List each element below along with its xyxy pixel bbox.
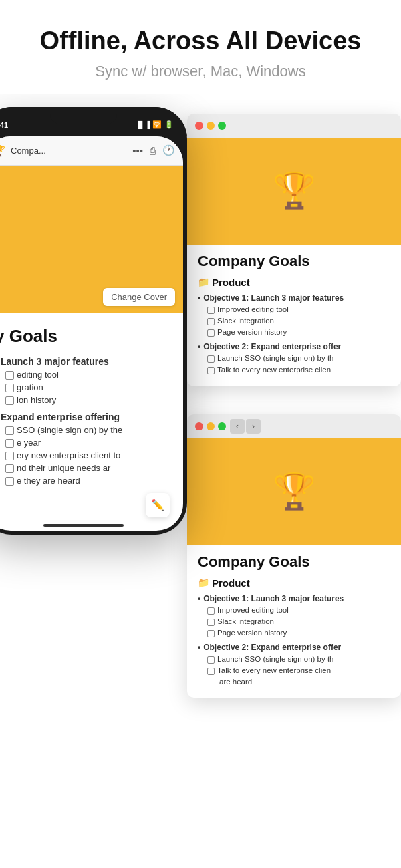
browser-checkbox-b4[interactable] (207, 656, 215, 664)
history-icon[interactable]: 🕐 (162, 144, 175, 156)
phone-browser-toolbar: 🏆 Compa... ••• ⎙ 🕐 (0, 136, 183, 166)
phone-time: 9:41 (0, 121, 8, 129)
signal-icon: ▐▌▐ (136, 121, 150, 128)
phone-home-bar (43, 524, 124, 527)
browser-bullet-2: • (198, 342, 200, 351)
minimize-button-bottom[interactable] (207, 422, 215, 430)
traffic-lights-top (195, 122, 226, 130)
browser-item-b6: are heard (207, 676, 390, 687)
browser-bullet-1: • (198, 293, 200, 303)
phone-toolbar-icons: ••• ⎙ 🕐 (132, 144, 175, 156)
page-subtitle: Sync w/ browser, Mac, Windows (13, 63, 388, 80)
phone-status-bar: 9:41 ▐▌▐ 🛜 🔋 (0, 107, 187, 136)
browser-bullet-3: • (198, 594, 200, 603)
browser-doc-content-top: Company Goals 📁 Product • Objective 1: L… (187, 245, 401, 386)
maximize-button[interactable] (218, 122, 226, 130)
browser-item-b5: Talk to every new enterprise clien (207, 665, 390, 676)
forward-button[interactable]: › (246, 419, 261, 434)
phone-item-8: e they are heard (5, 474, 172, 487)
browser-objective-1-bottom: • Objective 1: Launch 3 major features (198, 593, 390, 605)
phone-item-4: SSO (single sign on) by the (5, 424, 172, 436)
close-button-bottom[interactable] (195, 422, 203, 430)
checkbox-3[interactable] (5, 396, 14, 405)
browser-checkbox-5[interactable] (207, 367, 215, 374)
checkbox-6[interactable] (5, 452, 14, 460)
browser-item-b4: Launch SSO (single sign on) by th (207, 654, 390, 665)
browser-checkbox-2[interactable] (207, 318, 215, 325)
browser-titlebar-bottom: ‹ › (187, 414, 401, 438)
browser-section-header-bottom: 📁 Product (198, 577, 390, 589)
browser-titlebar-top (187, 114, 401, 138)
browser-item-b1: Improved editing tool (207, 605, 390, 616)
phone-doc-title: y Goals (0, 326, 172, 347)
phone-item-6: ery new enterprise client to (5, 449, 172, 462)
browser-window-bottom: ‹ › 🏆 Company Goals 📁 Product • Objectiv… (187, 414, 401, 698)
browser-doc-content-bottom: Company Goals 📁 Product • Objective 1: L… (187, 545, 401, 698)
checkbox-7[interactable] (5, 464, 14, 473)
browser-checkbox-4[interactable] (207, 355, 215, 363)
traffic-lights-bottom (195, 422, 226, 430)
phone-item-3: ion history (5, 394, 172, 406)
phone-cover: Change Cover (0, 166, 183, 313)
browser-objective-2-top: • Objective 2: Expand enterprise offer (198, 341, 390, 353)
phone-edit-button[interactable]: ✏️ (146, 493, 170, 517)
phone-item-2: gration (5, 381, 172, 394)
browser-item-b3: Page version history (207, 627, 390, 639)
phone-notch (50, 107, 117, 124)
wifi-icon: 🛜 (152, 120, 162, 129)
phone-url[interactable]: Compa... (11, 146, 127, 156)
phone-item-1: editing tool (5, 368, 172, 381)
change-cover-button[interactable]: Change Cover (103, 288, 175, 306)
browser-objective-1-top: • Objective 1: Launch 3 major features (198, 292, 390, 304)
checkbox-4[interactable] (5, 426, 14, 435)
trophy-icon-top: 🏆 (273, 170, 316, 211)
phone-objective-2: • Expand enterprise offering (0, 410, 172, 424)
close-button[interactable] (195, 122, 203, 130)
browser-doc-title-top: Company Goals (198, 253, 390, 270)
browser-doc-title-bottom: Company Goals (198, 553, 390, 571)
browser-checkbox-b5[interactable] (207, 668, 215, 675)
maximize-button-bottom[interactable] (218, 422, 226, 430)
browser-items-1-bottom: Improved editing tool Slack integration … (198, 605, 390, 639)
minimize-button[interactable] (207, 122, 215, 130)
browser-objective-2-bottom: • Objective 2: Expand enterprise offer (198, 641, 390, 654)
browser-checkbox-1[interactable] (207, 307, 215, 314)
browser-item-4: Launch SSO (single sign on) by th (207, 353, 390, 364)
trophy-icon-bottom: 🏆 (273, 471, 316, 512)
more-options-icon[interactable]: ••• (132, 145, 143, 156)
phone-doc-content: y Goals • Launch 3 major features editin… (0, 313, 183, 496)
back-button[interactable]: ‹ (230, 419, 245, 434)
browser-cover-top: 🏆 (187, 138, 401, 245)
browser-cover-bottom: 🏆 (187, 438, 401, 545)
browser-bullet-4: • (198, 643, 200, 652)
browser-checkbox-b1[interactable] (207, 607, 215, 615)
checkbox-1[interactable] (5, 371, 14, 380)
browser-checkbox-b2[interactable] (207, 619, 215, 626)
phone-status-icons: ▐▌▐ 🛜 🔋 (136, 120, 174, 129)
phone-item-7: nd their unique needs ar (5, 462, 172, 474)
browser-window-top: 🏆 Company Goals 📁 Product • Objective 1:… (187, 114, 401, 386)
checkbox-2[interactable] (5, 384, 14, 392)
battery-icon: 🔋 (164, 120, 174, 129)
browser-checkbox-b3[interactable] (207, 630, 215, 637)
browser-item-2: Slack integration (207, 315, 390, 327)
share-icon[interactable]: ⎙ (150, 145, 156, 156)
folder-icon-bottom: 📁 (198, 577, 209, 588)
phone-screen: 🏆 Compa... ••• ⎙ 🕐 Change Cover y Goals (0, 136, 183, 531)
checkbox-8[interactable] (5, 477, 14, 486)
phone-content: Change Cover y Goals • Launch 3 major fe… (0, 166, 183, 531)
browser-item-b2: Slack integration (207, 616, 390, 627)
browser-checkbox-3[interactable] (207, 329, 215, 337)
browser-items-2-top: Launch SSO (single sign on) by th Talk t… (198, 353, 390, 376)
browser-nav-arrows: ‹ › (230, 419, 261, 434)
page-title: Offline, Across All Devices (13, 27, 388, 56)
checkbox-5[interactable] (5, 439, 14, 448)
browser-item-3: Page version history (207, 327, 390, 338)
phone-objective-1: • Launch 3 major features (0, 355, 172, 368)
phone-item-5: e year (5, 436, 172, 449)
header-section: Offline, Across All Devices Sync w/ brow… (0, 0, 401, 94)
folder-icon-top: 📁 (198, 277, 209, 287)
devices-container: 9:41 ▐▌▐ 🛜 🔋 🏆 Compa... ••• ⎙ 🕐 (0, 94, 401, 795)
phone-favicon: 🏆 (0, 144, 5, 157)
browser-item-5: Talk to every new enterprise clien (207, 364, 390, 376)
